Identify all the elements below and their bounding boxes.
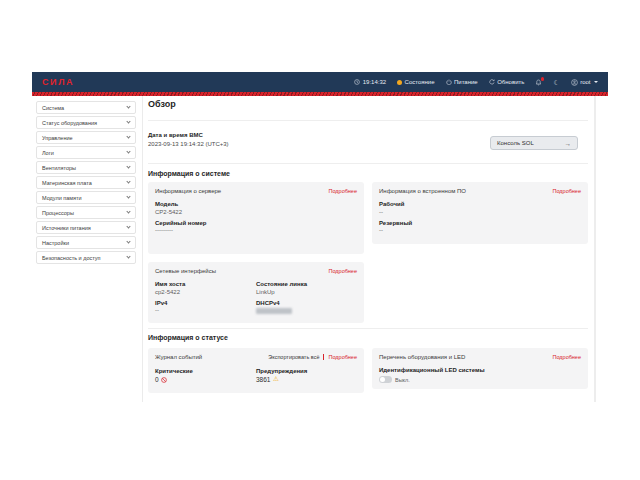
chevron-down-icon xyxy=(126,210,130,214)
firmware-active-value: -- xyxy=(379,209,581,215)
power-icon xyxy=(446,79,452,85)
card-title: Перечень оборудования и LED xyxy=(379,354,465,360)
status-section-title: Информация о статусе xyxy=(148,334,228,341)
firmware-backup-label: Резервный xyxy=(379,220,581,226)
navbar-right: 19:14:32 Состояние Питание xyxy=(354,72,598,92)
top-navbar: СИЛА 19:14:32 Состояние xyxy=(32,72,608,92)
hostname-value: cp2-5422 xyxy=(155,289,256,295)
power-menu[interactable]: Питание xyxy=(446,79,478,85)
chevron-down-icon xyxy=(126,225,130,229)
ipv4-label: IPv4 xyxy=(155,300,256,306)
system-section-title: Информация о системе xyxy=(148,170,230,177)
sidebar-item-motherboard[interactable]: Материнская плата xyxy=(36,176,136,189)
arrow-right-icon: → xyxy=(565,140,572,147)
divider xyxy=(148,120,588,121)
notification-badge xyxy=(541,77,545,81)
dhcpv4-label: DHCPv4 xyxy=(256,300,357,306)
warning-label: Предупреждения xyxy=(256,368,357,374)
bmc-time: 19:14:32 xyxy=(354,79,386,85)
server-more-link[interactable]: Подробнее xyxy=(328,188,357,194)
sidebar-item-security-access[interactable]: Безопасность и доступ xyxy=(36,251,136,264)
sidebar-item-logs[interactable]: Логи xyxy=(36,146,136,159)
page-title: Обзор xyxy=(148,99,176,109)
chevron-down-icon xyxy=(126,150,130,154)
bmc-web-ui: СИЛА 19:14:32 Состояние xyxy=(32,72,608,412)
ipv4-value: -- xyxy=(155,307,256,313)
dhcpv4-value-redacted xyxy=(256,308,292,314)
brand-logo[interactable]: СИЛА xyxy=(42,77,74,87)
sidebar-item-fans[interactable]: Вентиляторы xyxy=(36,161,136,174)
firmware-info-card: Информация о встроенном ПО Подробнее Раб… xyxy=(372,182,588,244)
main-content: Обзор Дата и время BMC 2023-09-13 19:14:… xyxy=(148,96,594,408)
sidebar-divider xyxy=(142,96,143,402)
model-label: Модель xyxy=(155,201,357,207)
notifications-button[interactable] xyxy=(535,79,542,86)
scrollbar-track[interactable] xyxy=(594,96,596,402)
user-menu-label: root xyxy=(580,79,590,85)
chevron-down-icon xyxy=(126,195,130,199)
sidebar-item-hardware-status[interactable]: Статус оборудования xyxy=(36,116,136,129)
identify-led-state: Выкл. xyxy=(395,377,410,383)
critical-icon xyxy=(161,377,167,383)
refresh-button[interactable]: Обновить xyxy=(489,79,525,85)
critical-label: Критические xyxy=(155,368,256,374)
health-warning-dot-icon xyxy=(397,80,402,85)
sidebar-item-settings[interactable]: Настройки xyxy=(36,236,136,249)
caret-down-icon xyxy=(594,81,598,83)
card-title: Информация о встроенном ПО xyxy=(379,188,466,194)
refresh-icon xyxy=(489,79,495,85)
critical-count: 0 xyxy=(155,376,159,383)
server-info-card: Информация о сервере Подробнее Модель CP… xyxy=(148,182,364,254)
identify-led-toggle[interactable] xyxy=(379,376,392,383)
status-menu-label: Состояние xyxy=(405,79,435,85)
warning-count: 3861 xyxy=(256,376,270,383)
divider xyxy=(148,328,588,329)
refresh-button-label: Обновить xyxy=(497,79,524,85)
chevron-down-icon xyxy=(126,255,130,259)
sol-console-button[interactable]: Консоль SOL → xyxy=(490,136,578,150)
chevron-down-icon xyxy=(126,135,130,139)
card-title: Информация о сервере xyxy=(155,188,221,194)
inventory-led-card: Перечень оборудования и LED Подробнее Ид… xyxy=(372,348,588,389)
user-icon xyxy=(571,79,578,86)
sidebar-item-control[interactable]: Управление xyxy=(36,131,136,144)
sidebar-item-system[interactable]: Система xyxy=(36,101,136,114)
sidebar-item-memory-modules[interactable]: Модули памяти xyxy=(36,191,136,204)
chevron-down-icon xyxy=(126,120,130,124)
divider xyxy=(148,163,588,164)
model-value: CP2-5422 xyxy=(155,209,357,215)
identify-led-label: Идентификационный LED системы xyxy=(379,367,581,373)
hostname-label: Имя хоста xyxy=(155,281,256,287)
chevron-down-icon xyxy=(126,105,130,109)
chevron-down-icon xyxy=(126,240,130,244)
user-menu[interactable]: root xyxy=(571,79,598,86)
status-menu[interactable]: Состояние xyxy=(397,79,434,85)
clock-icon xyxy=(354,79,360,85)
inventory-more-link[interactable]: Подробнее xyxy=(552,354,581,360)
warning-icon: ⚠ xyxy=(273,376,279,383)
sidebar-item-processors[interactable]: Процессоры xyxy=(36,206,136,219)
firmware-backup-value: -- xyxy=(379,227,581,233)
network-interfaces-card: Сетевые интерфейсы Подробнее Имя хоста c… xyxy=(148,262,364,323)
theme-toggle-button[interactable]: ☾ xyxy=(553,79,559,86)
bmc-datetime-label: Дата и время BMC xyxy=(148,132,203,138)
firmware-more-link[interactable]: Подробнее xyxy=(552,188,581,194)
serial-label: Серийный номер xyxy=(155,220,357,226)
power-menu-label: Питание xyxy=(454,79,478,85)
serial-value: --------- xyxy=(155,227,357,233)
sidebar-nav: Система Статус оборудования Управление Л… xyxy=(36,101,136,266)
event-log-card: Журнал событий Экспортировать всё Подроб… xyxy=(148,348,364,393)
bmc-time-label: 19:14:32 xyxy=(363,79,386,85)
bmc-datetime-value: 2023-09-13 19:14:32 (UTC+3) xyxy=(148,141,229,147)
firmware-active-label: Рабочий xyxy=(379,201,581,207)
chevron-down-icon xyxy=(126,180,130,184)
toggle-knob xyxy=(380,377,385,382)
chevron-down-icon xyxy=(126,165,130,169)
sidebar-item-power-supplies[interactable]: Источники питания xyxy=(36,221,136,234)
moon-icon: ☾ xyxy=(553,79,559,86)
link-state-value: LinkUp xyxy=(256,289,357,295)
link-state-label: Состояние линка xyxy=(256,281,357,287)
screen: СИЛА 19:14:32 Состояние xyxy=(0,0,640,480)
